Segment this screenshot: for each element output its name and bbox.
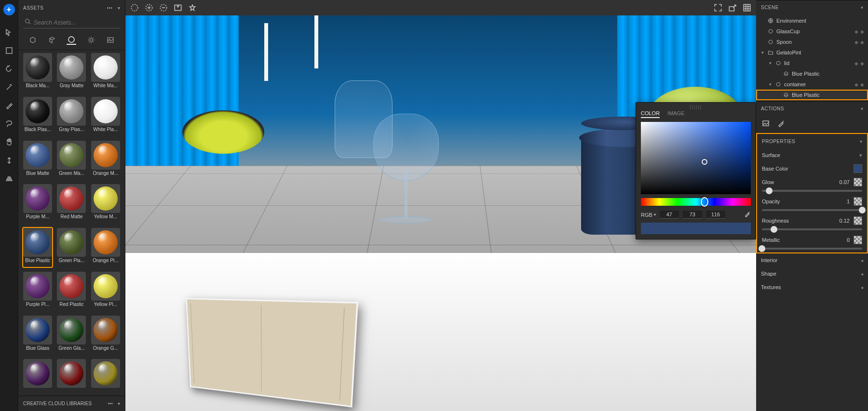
scene-node[interactable]: Blue Plastic — [756, 68, 868, 79]
action-eyedropper-icon[interactable] — [776, 119, 786, 128]
slider-thumb[interactable] — [766, 187, 773, 194]
material-tile[interactable]: Orange M... — [90, 140, 121, 181]
material-tile[interactable]: Purple Pl... — [22, 271, 53, 312]
scene-node[interactable]: ▾GelatoPint — [756, 47, 868, 58]
hand-tool[interactable] — [0, 133, 18, 151]
material-tile[interactable]: Red Matte — [56, 183, 87, 224]
category-models[interactable] — [28, 35, 38, 45]
node-badge-icon[interactable]: ◆ — [854, 82, 858, 87]
action-image-icon[interactable] — [761, 119, 771, 128]
opacity-value[interactable]: 1 — [847, 199, 850, 204]
export-icon[interactable] — [728, 3, 737, 12]
category-shapes[interactable] — [47, 35, 57, 45]
material-tile[interactable]: Black Ma... — [22, 52, 53, 93]
assets-more-icon[interactable]: ••• — [107, 5, 112, 11]
material-tile[interactable]: Orange Pl... — [90, 227, 121, 268]
node-badge-icon[interactable]: ◆ — [860, 40, 864, 45]
glow-texture-button[interactable] — [854, 178, 862, 186]
property-section-interior[interactable]: Interior◂ — [756, 253, 868, 267]
chevron-down-icon[interactable]: ▾ — [859, 152, 862, 159]
color-swatch[interactable] — [641, 223, 751, 234]
chevron-down-icon[interactable]: ▾ — [860, 139, 863, 144]
material-tile[interactable] — [90, 358, 121, 394]
marquee-sub-icon[interactable] — [159, 3, 168, 12]
fullscreen-icon[interactable] — [714, 3, 722, 12]
opacity-slider[interactable] — [762, 209, 862, 211]
libraries-chevron-icon[interactable]: ▾ — [118, 401, 120, 406]
image-tab[interactable]: IMAGE — [667, 110, 684, 118]
material-tile[interactable]: Black Plas... — [22, 96, 53, 137]
eyedropper-tool[interactable] — [0, 96, 18, 115]
sv-picker[interactable] — [641, 122, 751, 194]
material-tile[interactable]: Gray Plas... — [56, 96, 87, 137]
property-section-shape[interactable]: Shape◂ — [756, 267, 868, 280]
metallic-texture-button[interactable] — [854, 236, 862, 244]
node-badge-icon[interactable]: ◆ — [854, 40, 858, 45]
cc-libraries-footer[interactable]: CREATIVE CLOUD LIBRARIES ••• ▾ — [18, 396, 125, 411]
material-tile[interactable]: Red Plastic — [56, 271, 87, 312]
undo-tool[interactable] — [0, 60, 18, 78]
select-tool[interactable] — [0, 23, 18, 41]
slider-thumb[interactable] — [759, 245, 765, 252]
chevron-down-icon[interactable]: ▾ — [861, 5, 864, 10]
scene-node[interactable]: ▾container◆◆ — [756, 79, 868, 90]
render-settings-icon[interactable] — [743, 3, 751, 12]
caret-icon[interactable]: ▾ — [768, 82, 773, 87]
opacity-texture-button[interactable] — [854, 197, 862, 206]
slider-thumb[interactable] — [771, 226, 777, 233]
category-images[interactable] — [106, 35, 115, 45]
add-button[interactable]: + — [3, 4, 15, 15]
glow-slider[interactable] — [762, 190, 862, 192]
material-tile[interactable]: White Ma... — [90, 52, 121, 93]
lasso-tool[interactable] — [0, 115, 18, 133]
asset-search-input[interactable] — [23, 17, 120, 28]
category-materials[interactable] — [67, 35, 76, 45]
material-tile[interactable]: Purple M... — [22, 183, 53, 224]
material-tile[interactable]: Blue Glass — [22, 315, 53, 356]
caret-icon[interactable]: ▾ — [760, 50, 765, 55]
material-tile[interactable]: Yellow Pl... — [90, 271, 121, 312]
material-tile[interactable] — [56, 358, 87, 394]
material-tile[interactable]: Green Ma... — [56, 140, 87, 181]
effects-icon[interactable] — [188, 3, 197, 12]
perspective-tool[interactable] — [0, 170, 18, 188]
marquee-add-icon[interactable] — [145, 3, 153, 12]
g-input[interactable] — [683, 211, 702, 219]
magic-wand-tool[interactable] — [0, 78, 18, 96]
material-tile[interactable]: Orange G... — [90, 315, 121, 356]
material-tile[interactable]: Green Pla... — [56, 227, 87, 268]
frame-tool[interactable] — [0, 41, 18, 60]
scene-node[interactable]: Environment — [756, 15, 868, 26]
scene-node[interactable]: Blue Plastic — [756, 90, 868, 100]
material-tile[interactable]: Blue Matte — [22, 140, 53, 181]
slider-thumb[interactable] — [859, 207, 866, 213]
material-tile[interactable]: White Pla... — [90, 96, 121, 137]
base-color-swatch[interactable] — [854, 164, 862, 173]
material-tile[interactable]: Gray Matte — [56, 52, 87, 93]
eyedropper-icon[interactable] — [744, 211, 751, 219]
scene-node[interactable]: ▾lid◆◆ — [756, 58, 868, 68]
node-badge-icon[interactable]: ◆ — [860, 61, 864, 66]
node-badge-icon[interactable]: ◆ — [860, 29, 864, 34]
hue-cursor[interactable] — [701, 197, 708, 207]
dolly-tool[interactable] — [0, 151, 18, 170]
hue-slider[interactable] — [641, 198, 751, 206]
category-lights[interactable] — [86, 35, 96, 45]
place-image-icon[interactable] — [174, 3, 182, 12]
property-section-textures[interactable]: Textures◂ — [756, 280, 868, 294]
color-mode-select[interactable]: RGB ▾ — [641, 212, 656, 218]
assets-chevron-icon[interactable]: ▾ — [118, 5, 121, 11]
color-tab[interactable]: COLOR — [641, 110, 660, 118]
material-tile[interactable]: Green Gla... — [56, 315, 87, 356]
glow-value[interactable]: 0.07 — [840, 179, 850, 185]
chevron-down-icon[interactable]: ▾ — [861, 106, 864, 111]
material-tile[interactable] — [22, 358, 53, 394]
drag-handle-icon[interactable]: |||||| — [641, 105, 751, 108]
libraries-more-icon[interactable]: ••• — [108, 401, 113, 406]
sv-cursor[interactable] — [702, 159, 707, 165]
roughness-texture-button[interactable] — [854, 216, 862, 225]
caret-icon[interactable]: ▾ — [768, 61, 773, 66]
b-input[interactable] — [706, 211, 725, 219]
material-tile[interactable]: Blue Plastic — [22, 227, 53, 268]
scene-node[interactable]: GlassCup◆◆ — [756, 26, 868, 37]
